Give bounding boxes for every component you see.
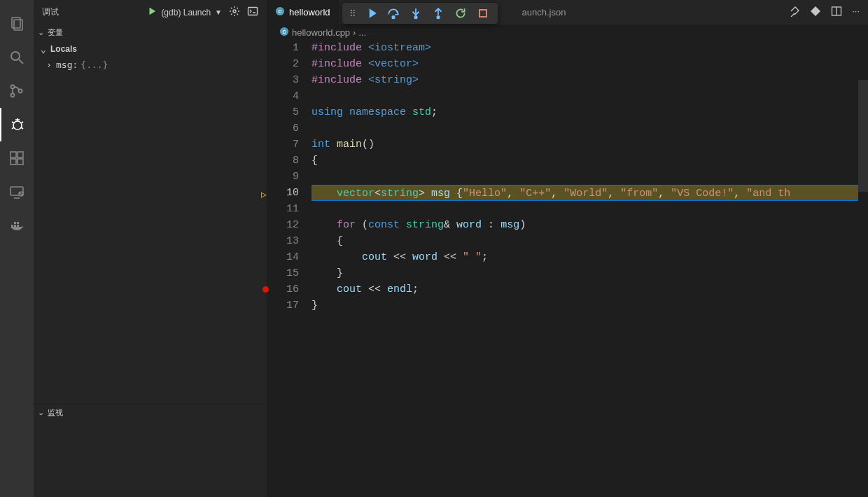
svg-rect-17 [18,152,23,158]
breakpoint-icon[interactable] [262,286,269,293]
stop-button[interactable] [472,4,493,22]
variables-label: 变量 [48,27,63,38]
watch-label: 监视 [48,407,63,418]
code-content[interactable]: #include <iostream>#include <vector>#inc… [312,40,868,497]
cpp-file-icon: C [275,6,285,18]
activity-docker-icon[interactable] [0,209,34,242]
step-into-button[interactable] [405,4,426,22]
svg-line-3 [19,59,23,64]
pin-icon[interactable] [789,6,800,19]
svg-rect-14 [10,152,16,158]
breadcrumb-sep: › [353,27,356,38]
editor-area: C helloworld aunch.json ··· ⠿ [267,0,868,497]
activity-search-icon[interactable] [0,41,34,74]
debug-console-icon[interactable] [247,6,258,19]
watch-body [34,420,267,497]
svg-rect-28 [248,8,258,15]
activity-scm-icon[interactable] [0,74,34,108]
svg-text:C: C [278,9,281,14]
start-debug-icon[interactable] [147,6,157,18]
svg-rect-25 [14,222,16,224]
execution-pointer-icon: ▷ [261,187,267,203]
restart-button[interactable] [450,4,471,22]
activity-extensions-icon[interactable] [0,141,34,175]
variables-section-header[interactable]: ⌄ 变量 [34,24,267,40]
svg-point-33 [392,16,394,18]
sidebar-title: 调试 [42,6,147,18]
activity-explorer-icon[interactable] [0,7,34,41]
tab-launch-json[interactable]: aunch.json [514,0,575,24]
activity-debug-icon[interactable] [0,108,34,141]
grip-icon[interactable]: ⠿ [346,8,359,19]
split-editor-icon[interactable] [831,6,842,19]
debug-toolbar[interactable]: ⠿ [342,3,498,24]
step-over-button[interactable] [383,4,404,22]
svg-point-37 [437,16,439,18]
chevron-down-icon: ⌄ [38,28,48,37]
locals-scope[interactable]: ⌄ Locals [34,41,267,57]
svg-point-35 [414,16,416,18]
watch-section-header[interactable]: ⌄ 监视 [34,405,267,420]
svg-rect-38 [479,10,486,17]
svg-line-12 [21,127,23,129]
variables-body: ⌄ Locals › msg: {...} [34,40,267,404]
diamond-icon[interactable] [810,6,821,19]
svg-line-9 [12,122,14,123]
gear-icon[interactable] [229,6,240,19]
svg-line-11 [12,127,14,129]
activity-remote-icon[interactable] [0,175,34,209]
svg-rect-26 [17,222,19,224]
debug-sidebar: 调试 (gdb) Launch ▼ ⌄ 变量 ⌄ Locals › msg: {… [34,0,267,497]
chevron-down-icon: ⌄ [38,408,48,417]
svg-text:C: C [282,29,286,34]
chevron-right-icon: › [46,59,56,70]
svg-point-4 [11,85,15,89]
variable-value: {...} [80,59,108,70]
tab-label: aunch.json [522,7,566,18]
svg-point-7 [13,121,22,130]
step-out-button[interactable] [428,4,449,22]
tab-label: helloworld [289,7,330,18]
minimap-slider[interactable] [858,80,868,192]
svg-point-5 [11,94,15,97]
sidebar-header: 调试 (gdb) Launch ▼ [34,0,267,24]
chevron-down-icon[interactable]: ▼ [215,8,222,16]
variable-row[interactable]: › msg: {...} [34,57,267,72]
debug-config-selector[interactable]: (gdb) Launch ▼ [147,6,222,18]
continue-button[interactable] [360,4,382,22]
svg-point-27 [233,10,236,13]
svg-point-6 [19,90,22,93]
svg-rect-23 [14,225,16,227]
svg-rect-22 [11,225,13,227]
svg-rect-15 [10,159,16,164]
code-editor[interactable]: 12345678910▷11121314151617 #include <ios… [267,40,868,497]
more-icon[interactable]: ··· [852,6,860,19]
tab-actions: ··· [780,6,868,19]
breadcrumb-file: helloworld.cpp [292,27,350,38]
config-name: (gdb) Launch [161,8,211,18]
breadcrumb[interactable]: C helloworld.cpp › ... [267,24,868,40]
tab-helloworld[interactable]: C helloworld [267,0,339,24]
svg-line-10 [21,122,23,123]
svg-rect-16 [18,159,23,164]
minimap[interactable] [858,80,868,497]
watch-section: ⌄ 监视 [34,404,267,497]
breadcrumb-rest: ... [358,27,366,38]
svg-point-2 [11,52,20,60]
variable-name: msg: [56,59,78,70]
svg-rect-24 [17,225,19,227]
chevron-down-icon: ⌄ [41,44,50,55]
activity-bar [0,0,34,497]
cpp-file-icon: C [279,27,289,38]
locals-label: Locals [50,44,77,54]
line-gutter[interactable]: 12345678910▷11121314151617 [267,40,312,497]
